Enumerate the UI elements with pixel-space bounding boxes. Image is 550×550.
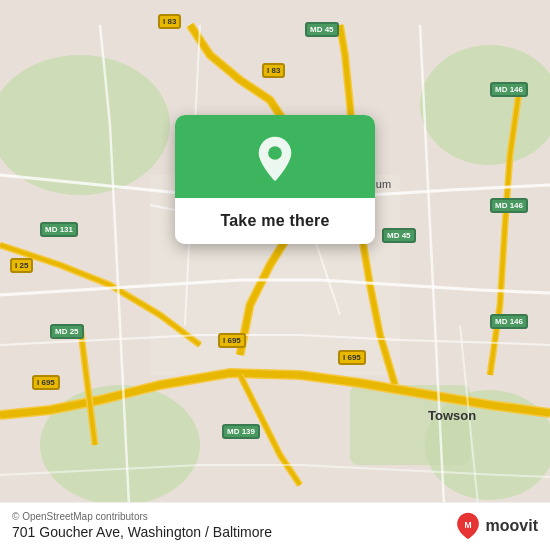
svg-point-7 (268, 146, 282, 160)
highway-badge-md139: MD 139 (222, 424, 260, 439)
bottom-bar: © OpenStreetMap contributors 701 Goucher… (0, 502, 550, 550)
place-label-towson: Towson (428, 408, 476, 423)
highway-badge-i83-mid: I 83 (262, 63, 285, 78)
bottom-info: © OpenStreetMap contributors 701 Goucher… (12, 511, 272, 540)
highway-badge-md131: MD 131 (40, 222, 78, 237)
highway-badge-i83-top: I 83 (158, 14, 181, 29)
highway-badge-md25: MD 25 (50, 324, 84, 339)
popup-card: Take me there (175, 115, 375, 244)
map-container: I 83 I 83 MD 45 MD 45 MD 146 MD 146 MD 1… (0, 0, 550, 550)
highway-badge-md45-mid: MD 45 (382, 228, 416, 243)
highway-badge-i695-mid: I 695 (218, 333, 246, 348)
highway-badge-i25: I 25 (10, 258, 33, 273)
popup-green-area (175, 115, 375, 198)
attribution-text: © OpenStreetMap contributors (12, 511, 272, 522)
highway-badge-md45-top: MD 45 (305, 22, 339, 37)
svg-text:M: M (464, 519, 471, 529)
highway-badge-i695-right: I 695 (338, 350, 366, 365)
highway-badge-md146-low: MD 146 (490, 314, 528, 329)
address-text: 701 Goucher Ave, Washington / Baltimore (12, 524, 272, 540)
take-me-there-button[interactable]: Take me there (175, 198, 375, 244)
moovit-logo: M moovit (454, 512, 538, 540)
highway-badge-md146-top: MD 146 (490, 82, 528, 97)
moovit-icon: M (454, 512, 482, 540)
location-pin-icon (251, 135, 299, 183)
highway-badge-i695-left: I 695 (32, 375, 60, 390)
map-svg (0, 0, 550, 550)
moovit-brand-text: moovit (486, 517, 538, 535)
highway-badge-md146-mid: MD 146 (490, 198, 528, 213)
